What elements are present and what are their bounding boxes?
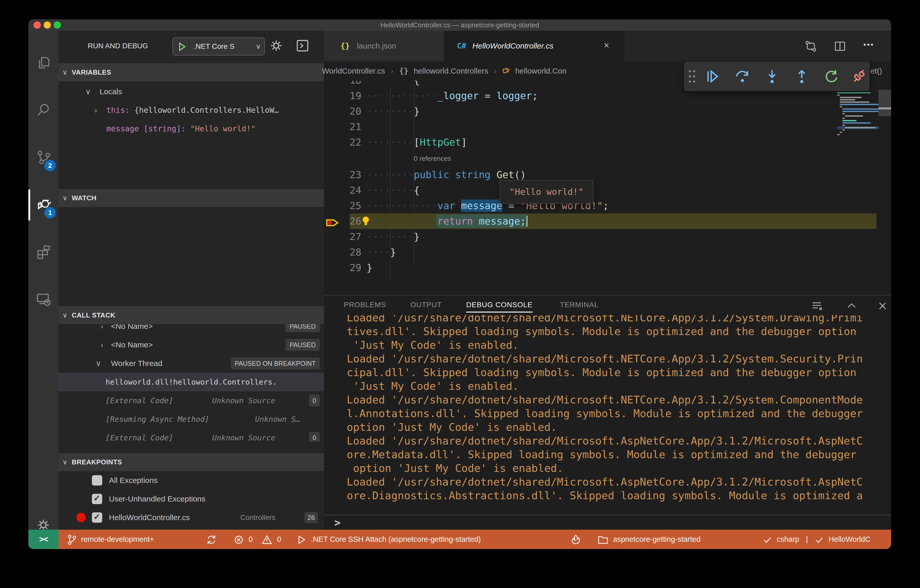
code-line[interactable]: 29}	[324, 260, 891, 275]
minimap[interactable]	[837, 92, 879, 141]
sidebar-item-source-control[interactable]: 2	[28, 141, 58, 174]
code-line[interactable]: 26············return message;	[324, 214, 891, 229]
launch-config-dropdown[interactable]: .NET Core S ∨	[172, 37, 265, 55]
restart-button[interactable]	[824, 69, 839, 84]
call-stack-frame[interactable]: [External Code]Unknown Source0	[58, 428, 324, 442]
variable-this[interactable]: › this: {helloworld.Controllers.HelloW…	[58, 101, 324, 120]
tab-debug-console[interactable]: DEBUG CONSOLE	[466, 296, 533, 314]
code-line[interactable]: 20········}	[324, 104, 891, 119]
call-stack-thread[interactable]: ›<No Name>PAUSED	[58, 335, 324, 354]
remote-indicator[interactable]: ><	[28, 530, 58, 549]
check-icon	[815, 535, 826, 543]
variable-name: message [string]:	[106, 124, 186, 133]
folder-status[interactable]: aspnetcore-getting-started	[598, 530, 701, 549]
sidebar-item-search[interactable]	[28, 94, 58, 127]
lint-status[interactable]: csharp | HelloWorldC	[763, 530, 870, 549]
split-editor-icon[interactable]	[834, 40, 846, 53]
minimap-code-line	[840, 132, 842, 133]
scrollbar-thumb[interactable]	[878, 90, 891, 116]
breakpoint-checkbox[interactable]: ✓	[92, 512, 102, 523]
sidebar-item-extensions[interactable]	[28, 235, 58, 269]
start-debug-icon[interactable]	[177, 42, 187, 53]
codelens[interactable]: 0 references	[324, 150, 891, 167]
debug-target-status[interactable]: .NET Core SSH Attach (aspnetcore-getting…	[297, 530, 481, 549]
breadcrumb-class[interactable]: helloworld.Con	[512, 66, 566, 75]
call-stack-frame[interactable]: helloworld.dll!helloworld.Controllers.	[58, 373, 324, 391]
tab-output[interactable]: OUTPUT	[410, 296, 442, 314]
section-breakpoints[interactable]: ∨ BREAKPOINTS	[58, 453, 324, 471]
tab-problems[interactable]: PROBLEMS	[344, 296, 386, 314]
disconnect-button[interactable]	[852, 69, 867, 84]
breakpoint-row[interactable]: ✓HelloWorldController.csControllers26	[58, 508, 324, 527]
flame-status[interactable]	[570, 530, 583, 549]
problems-status[interactable]: 0 0	[233, 530, 281, 549]
breakpoint-row[interactable]: All Exceptions	[58, 471, 324, 490]
breadcrumb-namespace[interactable]: helloworld.Controllers	[411, 66, 488, 75]
drag-handle[interactable]	[687, 69, 702, 84]
code-line[interactable]: 23········public string Get()	[324, 167, 891, 183]
sync-status[interactable]	[206, 530, 219, 549]
variable-value: {helloworld.Controllers.HelloW…	[134, 105, 279, 115]
step-over-button[interactable]	[735, 69, 750, 84]
continue-button[interactable]	[705, 69, 721, 84]
console-input[interactable]: >	[324, 515, 891, 531]
variable-name: this:	[106, 105, 130, 115]
code-line[interactable]: 24········{	[324, 183, 891, 198]
step-out-button[interactable]	[794, 69, 810, 84]
breakpoint-dot-icon	[76, 513, 86, 522]
variable-message[interactable]: message [string]: "Hello world!"	[58, 120, 324, 138]
open-debug-console-icon[interactable]	[295, 39, 310, 54]
breakpoint-checkbox[interactable]: ✓	[92, 494, 102, 504]
breakpoint-checkbox[interactable]	[92, 475, 102, 486]
tab-launch-json[interactable]: {} launch.json	[324, 31, 444, 61]
sidebar-item-explorer[interactable]	[28, 46, 58, 80]
open-changes-icon[interactable]	[805, 40, 817, 53]
variable-value: "Hello world!"	[190, 124, 256, 133]
call-stack-thread[interactable]: ∨Worker ThreadPAUSED ON BREAKPOINT	[58, 354, 324, 373]
close-panel-icon[interactable]	[876, 300, 889, 313]
codelens-references[interactable]: 0 references	[414, 150, 451, 167]
console-line: Loaded '/usr/share/dotnet/shared/Microso…	[324, 434, 891, 448]
breadcrumb-method-fragment[interactable]: et()	[870, 61, 882, 81]
call-stack-frame[interactable]: [Resuming Async Method]Unknown S…	[58, 410, 324, 428]
sidebar-item-remote-explorer[interactable]	[28, 282, 58, 316]
minimap-code-line	[842, 125, 845, 126]
section-title: CALL STACK	[72, 306, 115, 324]
console-prompt-icon: >	[334, 517, 340, 529]
tab-helloworldcontroller[interactable]: C# HelloWorldController.cs ×	[444, 31, 625, 61]
tab-terminal[interactable]: TERMINAL	[560, 296, 599, 314]
section-watch[interactable]: ∨ WATCH	[58, 189, 324, 207]
maximize-panel-icon[interactable]	[845, 300, 858, 313]
code-line[interactable]: 27········}	[324, 229, 891, 245]
line-number: 27	[334, 229, 361, 245]
minimap-code-line	[842, 109, 878, 110]
more-actions-icon[interactable]	[862, 39, 875, 52]
breadcrumb-file[interactable]: WorldController.cs	[322, 66, 385, 75]
close-icon[interactable]: ×	[604, 31, 609, 61]
screen: HelloWorldController.cs — aspnetcore-get…	[0, 0, 920, 588]
branch-icon	[67, 535, 79, 543]
editor-scrollbar[interactable]	[878, 81, 891, 295]
code-line[interactable]: 25············var message = "Hello world…	[324, 198, 891, 214]
section-call-stack[interactable]: ∨ CALL STACK	[58, 306, 324, 324]
code-line[interactable]: 28····}	[324, 245, 891, 260]
code-line[interactable]: 22········[HttpGet]	[324, 134, 891, 150]
debug-console-output: Loaded '/usr/share/dotnet/shared/Microso…	[324, 315, 891, 515]
debug-settings-gear-icon[interactable]	[269, 39, 283, 54]
breakpoint-row[interactable]: ✓User-Unhandled Exceptions	[58, 490, 324, 508]
code-line[interactable]: 21	[324, 119, 891, 134]
branch-status[interactable]: remote-development+	[67, 530, 154, 549]
call-stack-thread[interactable]: ›<No Name>PAUSED	[58, 324, 324, 335]
step-into-button[interactable]	[765, 69, 780, 84]
call-stack-frame[interactable]: [External Code]Unknown Source0	[58, 391, 324, 410]
chevron-down-icon: ∨	[96, 354, 101, 373]
code-editor[interactable]: 18········{19············_logger = logge…	[324, 81, 891, 295]
thread-label: <No Name>	[111, 335, 153, 354]
console-line: option 'Just My Code' is enabled.	[324, 421, 891, 434]
locals-group[interactable]: ∨ Locals	[58, 83, 324, 101]
config-name: .NET Core S	[194, 38, 234, 55]
section-variables[interactable]: ∨ VARIABLES	[58, 63, 324, 81]
tab-label: HelloWorldController.cs	[472, 31, 554, 61]
clear-console-icon[interactable]	[811, 300, 823, 313]
sidebar-item-run-and-debug[interactable]: 1	[28, 188, 58, 222]
